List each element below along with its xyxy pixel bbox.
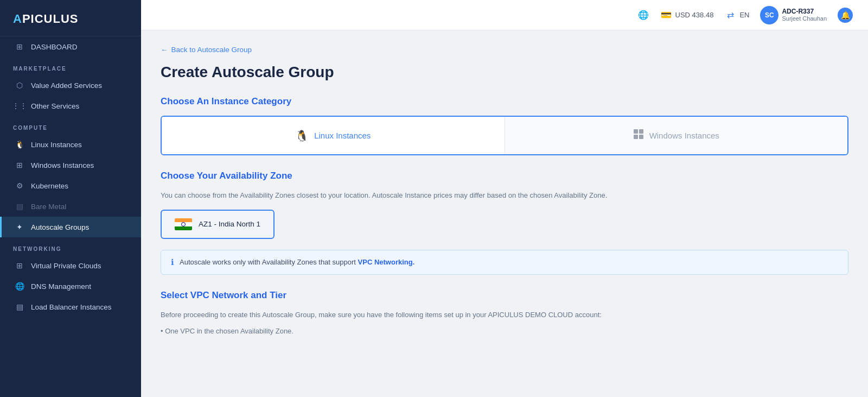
windows-card-label: Windows Instances [649,131,719,140]
other-services-icon: ⋮⋮ [15,101,24,111]
linux-icon: 🐧 [15,140,24,149]
bare-metal-icon: ▤ [15,201,24,211]
linux-tux-icon: 🐧 [295,129,309,142]
svg-rect-2 [634,135,638,139]
sidebar: APICULUS ⊞ DASHBOARD MARKETPLACE ⬡ Value… [0,0,141,397]
sidebar-item-bare-metal[interactable]: ▤ Bare Metal [0,196,141,217]
svg-rect-3 [639,135,643,139]
sidebar-item-value-added-services[interactable]: ⬡ Value Added Services [0,75,141,96]
az-section-title: Choose Your Availability Zone [161,171,848,181]
vpc-network-title: Select VPC Network and Tier [161,290,848,301]
vas-icon: ⬡ [15,80,24,90]
sidebar-item-vpc[interactable]: ⊞ Virtual Private Clouds [0,255,141,276]
kubernetes-label: Kubernetes [31,182,68,190]
back-link[interactable]: ← Back to Autoscale Group [161,46,848,54]
avatar: SC [760,6,778,24]
info-banner: ℹ Autoscale works only with Availability… [161,250,848,275]
autoscale-groups-label: Autoscale Groups [31,223,89,231]
user-name: ADC-R337 [782,8,827,15]
india-flag-icon [175,218,192,230]
other-services-label: Other Services [31,102,79,110]
sidebar-item-load-balancer[interactable]: ▤ Load Balancer Instances [0,297,141,317]
sidebar-item-kubernetes[interactable]: ⚙ Kubernetes [0,175,141,196]
sidebar-item-dns[interactable]: 🌐 DNS Management [0,276,141,297]
ashoka-chakra [181,222,186,226]
sidebar-item-windows-instances[interactable]: ⊞ Windows Instances [0,155,141,175]
language-value: EN [739,11,749,19]
user-info: ADC-R337 Surjeet Chauhan [782,8,827,23]
networking-section-label: NETWORKING [0,237,141,255]
windows-instances-label: Windows Instances [31,161,94,169]
linux-instances-card[interactable]: 🐧 Linux Instances [162,117,505,154]
dns-icon: 🌐 [15,281,24,291]
vpc-label: Virtual Private Clouds [31,262,101,270]
load-balancer-icon: ▤ [15,302,24,312]
compute-section-label: COMPUTE [0,116,141,134]
sidebar-item-autoscale-groups[interactable]: ✦ Autoscale Groups [0,217,141,237]
topbar-language[interactable]: ⇄ EN [724,9,749,21]
linux-instances-label: Linux Instances [31,141,82,149]
windows-icon: ⊞ [15,160,24,170]
sidebar-item-linux-instances[interactable]: 🐧 Linux Instances [0,134,141,155]
kubernetes-icon: ⚙ [15,181,24,191]
instance-category-title: Choose An Instance Category [161,96,848,107]
info-circle-icon: ℹ [171,257,174,267]
topbar: 🌐 💳 USD 438.48 ⇄ EN SC ADC-R337 Surjeet … [141,0,868,30]
topbar-currency[interactable]: 💳 USD 438.48 [660,9,714,21]
vpc-icon: ⊞ [15,261,24,270]
notification-bell-icon: 🔔 [841,11,850,20]
sidebar-item-other-services[interactable]: ⋮⋮ Other Services [0,96,141,116]
autoscale-icon: ✦ [15,222,24,232]
windows-grid-icon [633,129,644,142]
dashboard-label: DASHBOARD [31,43,78,51]
dashboard-icon: ⊞ [15,42,24,52]
page-title: Create Autoscale Group [161,64,848,81]
az1-option[interactable]: AZ1 - India North 1 [161,210,275,239]
brand-logo: APICULUS [13,12,128,26]
az-description: You can choose from the Availability Zon… [161,190,848,201]
main-area: 🌐 💳 USD 438.48 ⇄ EN SC ADC-R337 Surjeet … [141,0,868,397]
dns-label: DNS Management [31,282,91,291]
windows-instances-card[interactable]: Windows Instances [505,117,848,154]
currency-value: USD 438.48 [675,11,714,19]
vpc-description: Before proceeding to create this Autosca… [161,310,848,321]
vpc-networking-link[interactable]: VPC Networking. [358,258,415,266]
vpc-bullet: • One VPC in the chosen Availability Zon… [161,326,848,337]
user-subtitle: Surjeet Chauhan [782,15,827,22]
logo-area: APICULUS [0,0,141,36]
linux-card-label: Linux Instances [314,131,371,140]
topbar-globe[interactable]: 🌐 [637,9,649,21]
marketplace-section-label: MARKETPLACE [0,57,141,75]
vas-label: Value Added Services [31,81,102,90]
az-label: AZ1 - India North 1 [199,220,260,228]
topbar-user[interactable]: SC ADC-R337 Surjeet Chauhan [760,6,827,24]
content-area: ← Back to Autoscale Group Create Autosca… [141,30,868,397]
translate-icon: ⇄ [724,9,736,21]
wallet-icon: 💳 [660,9,672,21]
globe-icon: 🌐 [637,9,649,21]
svg-rect-0 [634,129,638,134]
svg-rect-1 [639,129,643,134]
load-balancer-label: Load Balancer Instances [31,303,112,311]
info-banner-text: Autoscale works only with Availability Z… [180,258,414,266]
instance-category-selector: 🐧 Linux Instances Windows Instances [161,116,848,155]
bare-metal-label: Bare Metal [31,203,66,211]
sidebar-item-dashboard[interactable]: ⊞ DASHBOARD [0,36,141,57]
notification-button[interactable]: 🔔 [838,8,853,23]
